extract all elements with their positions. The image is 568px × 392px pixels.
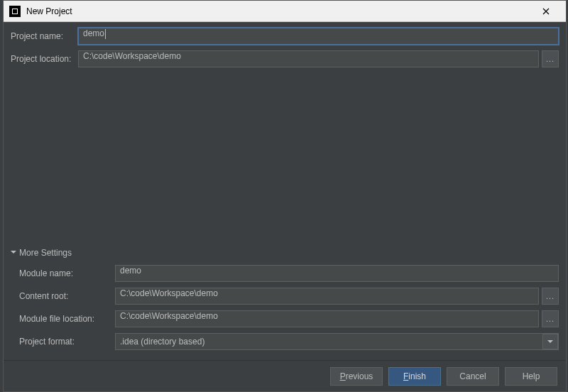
content-root-input[interactable]: C:\code\Workspace\demo bbox=[115, 288, 539, 305]
previous-button[interactable]: Previous bbox=[330, 367, 383, 386]
module-name-value: demo bbox=[120, 266, 141, 276]
window-title: New Project bbox=[26, 6, 532, 16]
module-name-input[interactable]: demo bbox=[115, 265, 559, 282]
project-location-label: Project location: bbox=[11, 54, 78, 64]
module-file-location-label: Module file location: bbox=[19, 314, 115, 324]
previous-button-label: Previous bbox=[340, 371, 373, 381]
help-button[interactable]: Help bbox=[505, 367, 557, 386]
ellipsis-icon: ... bbox=[546, 315, 555, 323]
dialog-content: Project name: demo Project location: C:\… bbox=[4, 22, 566, 360]
module-file-location-value: C:\code\Workspace\demo bbox=[120, 311, 218, 321]
finish-button-label: Finish bbox=[403, 371, 426, 381]
more-settings-section: Module name: demo Content root: C:\code\… bbox=[11, 265, 559, 360]
app-icon bbox=[9, 6, 21, 17]
dialog-footer: Previous Finish Cancel Help bbox=[4, 360, 566, 391]
ellipsis-icon: ... bbox=[546, 292, 555, 300]
close-button[interactable] bbox=[532, 1, 560, 21]
project-location-input[interactable]: C:\code\Workspace\demo bbox=[78, 50, 539, 67]
project-format-value: .idea (directory based) bbox=[120, 337, 204, 347]
chevron-down-icon bbox=[11, 249, 16, 256]
content-root-value: C:\code\Workspace\demo bbox=[120, 288, 218, 298]
titlebar: New Project bbox=[4, 1, 566, 22]
project-name-value: demo bbox=[83, 28, 104, 38]
content-spacer bbox=[11, 73, 559, 248]
help-button-label: Help bbox=[523, 371, 540, 381]
content-root-browse-button[interactable]: ... bbox=[542, 288, 559, 305]
cancel-button[interactable]: Cancel bbox=[447, 367, 499, 386]
finish-button[interactable]: Finish bbox=[388, 367, 441, 386]
project-name-input[interactable]: demo bbox=[78, 28, 559, 45]
project-name-label: Project name: bbox=[11, 31, 78, 41]
module-file-browse-button[interactable]: ... bbox=[542, 310, 559, 327]
project-location-value: C:\code\Workspace\demo bbox=[83, 51, 181, 61]
project-location-browse-button[interactable]: ... bbox=[542, 50, 559, 67]
more-settings-toggle[interactable]: More Settings bbox=[11, 248, 559, 258]
cancel-button-label: Cancel bbox=[459, 371, 486, 381]
project-format-label: Project format: bbox=[19, 337, 115, 347]
ellipsis-icon: ... bbox=[546, 55, 555, 63]
dropdown-arrow-icon bbox=[542, 334, 558, 349]
project-format-select[interactable]: .idea (directory based) bbox=[115, 333, 559, 350]
new-project-dialog: New Project Project name: demo Project l… bbox=[3, 0, 567, 392]
more-settings-label: More Settings bbox=[19, 248, 72, 258]
module-file-location-input[interactable]: C:\code\Workspace\demo bbox=[115, 310, 539, 327]
content-root-label: Content root: bbox=[19, 291, 115, 301]
module-name-label: Module name: bbox=[19, 268, 115, 278]
text-cursor bbox=[105, 29, 106, 39]
